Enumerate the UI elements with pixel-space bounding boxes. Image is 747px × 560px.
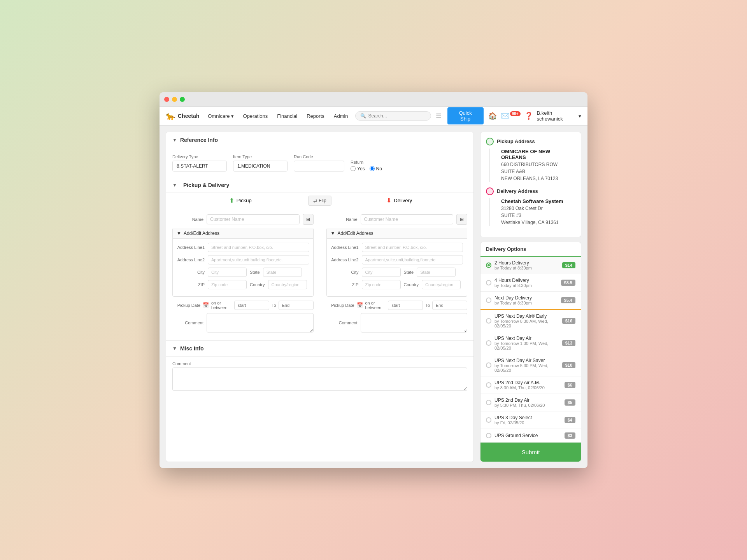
delivery-zip-input[interactable] <box>362 280 401 289</box>
mail-icon[interactable]: ✉️ <box>501 112 509 120</box>
item-type-select[interactable]: 1.MEDICATION <box>233 161 288 172</box>
pickup-comment-textarea[interactable] <box>207 313 314 332</box>
delivery-address-collapse-icon: ▼ <box>331 231 335 236</box>
item-type-group: Item Type 1.MEDICATION <box>233 154 288 172</box>
pickup-end-input[interactable] <box>279 301 314 310</box>
pickup-on-or-between: on or between <box>211 301 232 310</box>
delivery-option-ups_ground[interactable]: UPS Ground Service $3 <box>480 429 581 443</box>
delivery-state-input[interactable] <box>417 268 456 277</box>
delivery-city-input[interactable] <box>362 268 401 277</box>
pickup-start-input[interactable] <box>234 301 269 310</box>
pickup-addr1-label: Address Line1 <box>177 245 205 250</box>
option-info-ups_2d: UPS 2nd Day Air by 5:30 PM, Thu, 02/06/2… <box>494 397 561 408</box>
pickup-calendar-icon[interactable]: 📅 <box>203 302 209 308</box>
pickup-name-icon-btn[interactable]: ⊞ <box>303 214 314 225</box>
misc-collapse-icon[interactable]: ▼ <box>172 346 177 351</box>
pickup-country-input[interactable] <box>268 280 307 289</box>
item-type-label: Item Type <box>233 154 288 159</box>
delivery-addr-line2: SUITE #3 <box>501 212 575 219</box>
return-no-label[interactable]: No <box>370 166 382 172</box>
delivery-option-ups_early[interactable]: UPS Next Day Air® Early by Tomorrow 8:30… <box>480 309 581 332</box>
return-yes-label[interactable]: Yes <box>351 166 365 172</box>
delivery-type-group: Delivery Type 8.STAT-ALERT <box>172 154 227 172</box>
navbar: 🐆 Cheetah Omnicare ▾ Operations Financia… <box>160 107 587 126</box>
run-code-input[interactable] <box>294 161 344 172</box>
delivery-start-input[interactable] <box>388 301 423 310</box>
nav-omnicare[interactable]: Omnicare ▾ <box>204 112 237 121</box>
nav-reports[interactable]: Reports <box>303 112 328 121</box>
search-bar[interactable]: 🔍 <box>355 111 431 121</box>
delivery-option-ups_saver[interactable]: UPS Next Day Air Saver by Tomorrow 5:30 … <box>480 354 581 376</box>
pickup-addr1-row: Address Line1 <box>177 243 309 252</box>
user-menu[interactable]: B.keith schewanick ▾ <box>537 110 581 122</box>
nav-admin[interactable]: Admin <box>330 112 352 121</box>
delivery-on-or-between: on or between <box>365 301 386 310</box>
pickup-country-label: Country <box>250 282 265 287</box>
home-icon[interactable]: 🏠 <box>488 112 497 120</box>
delivery-end-input[interactable] <box>432 301 467 310</box>
pickup-add-edit-header[interactable]: ▼ Add/Edit Address <box>173 228 313 239</box>
delivery-name-icon-btn[interactable]: ⊞ <box>456 214 467 225</box>
delivery-option-next[interactable]: Next Day Delivery by Today at 8:30pm $5.… <box>480 292 581 309</box>
option-radio-2hr <box>486 262 491 268</box>
flip-button[interactable]: ⇄ Flip <box>308 196 331 206</box>
delivery-option-ups_2d[interactable]: UPS 2nd Day Air by 5:30 PM, Thu, 02/06/2… <box>480 394 581 411</box>
pickup-addr1-input[interactable] <box>208 243 309 252</box>
delivery-add-edit-header[interactable]: ▼ Add/Edit Address <box>327 228 467 239</box>
pickup-city-label: City <box>177 270 205 275</box>
delivery-type-select[interactable]: 8.STAT-ALERT <box>172 161 227 172</box>
delivery-option-2hr[interactable]: 2 Hours Delivery by Today at 8:30pm $14 <box>480 257 581 274</box>
flip-icon: ⇄ <box>313 198 317 203</box>
delivery-name-input[interactable] <box>361 214 454 224</box>
fullscreen-button[interactable] <box>180 97 185 102</box>
delivery-option-ups_2dam[interactable]: UPS 2nd Day Air A.M. by 8:30 AM, Thu, 02… <box>480 376 581 394</box>
help-icon[interactable]: ❓ <box>524 112 533 120</box>
delivery-addr2-row: Address Line2 <box>331 255 463 264</box>
quick-ship-button[interactable]: Quick Ship <box>447 107 484 124</box>
pickup-date-row: Pickup Date 📅 on or between To <box>172 301 314 310</box>
misc-comment-textarea[interactable] <box>172 368 467 391</box>
pickup-name-input[interactable] <box>207 214 300 224</box>
logo[interactable]: 🐆 Cheetah <box>166 111 199 121</box>
pickup-addr2-row: Address Line2 <box>177 255 309 264</box>
delivery-option-ups_3d[interactable]: UPS 3 Day Select by Fri, 02/05/20 $4 <box>480 411 581 429</box>
pickup-delivery-collapse-icon[interactable]: ▼ <box>172 182 177 188</box>
option-info-2hr: 2 Hours Delivery by Today at 8:30pm <box>494 260 559 270</box>
pickup-city-input[interactable] <box>208 268 247 277</box>
pickup-column: Name ⊞ ▼ Add/Edit Address Address Line1 <box>166 209 320 340</box>
chevron-down-icon: ▾ <box>231 113 234 119</box>
collapse-icon[interactable]: ▼ <box>172 137 177 143</box>
pickup-state-input[interactable] <box>263 268 302 277</box>
pickup-addr2-input[interactable] <box>208 255 309 264</box>
pickup-city-state-row: City State <box>177 268 309 277</box>
delivery-addr2-input[interactable] <box>362 255 463 264</box>
option-info-next: Next Day Delivery by Today at 8:30pm <box>494 295 558 305</box>
delivery-comment-row: Comment <box>326 313 468 332</box>
option-price-ups_2dam: $6 <box>565 382 575 388</box>
submit-button[interactable]: Submit <box>480 443 581 462</box>
return-no-radio[interactable] <box>370 166 375 171</box>
close-button[interactable] <box>164 97 169 102</box>
hamburger-menu-icon[interactable]: ☰ <box>436 112 441 120</box>
delivery-column: Name ⊞ ▼ Add/Edit Address Address Line1 <box>320 209 474 340</box>
delivery-to-label: To <box>425 303 430 308</box>
search-input[interactable] <box>368 113 426 119</box>
delivery-addr1-input[interactable] <box>362 243 463 252</box>
notification-badge: 99+ <box>510 111 521 116</box>
delivery-comment-textarea[interactable] <box>361 313 468 332</box>
user-name: B.keith schewanick <box>537 110 577 122</box>
return-yes-radio[interactable] <box>351 166 356 171</box>
option-name-next: Next Day Delivery <box>494 295 558 301</box>
delivery-option-ups_nda[interactable]: UPS Next Day Air by Tomorrow 1:30 PM, We… <box>480 332 581 354</box>
option-radio-next <box>486 298 491 303</box>
delivery-calendar-icon[interactable]: 📅 <box>357 302 363 308</box>
minimize-button[interactable] <box>172 97 177 102</box>
pickup-comment-row: Comment <box>172 313 314 332</box>
nav-financial[interactable]: Financial <box>273 112 301 121</box>
nav-operations[interactable]: Operations <box>239 112 272 121</box>
delivery-option-4hr[interactable]: 4 Hours Delivery by Today at 8:30pm $8.5 <box>480 274 581 292</box>
pickup-address-title: Pickup Address <box>497 138 535 144</box>
pickup-zip-input[interactable] <box>208 280 247 289</box>
delivery-country-input[interactable] <box>422 280 461 289</box>
pickup-zip-label: ZIP <box>177 282 205 287</box>
